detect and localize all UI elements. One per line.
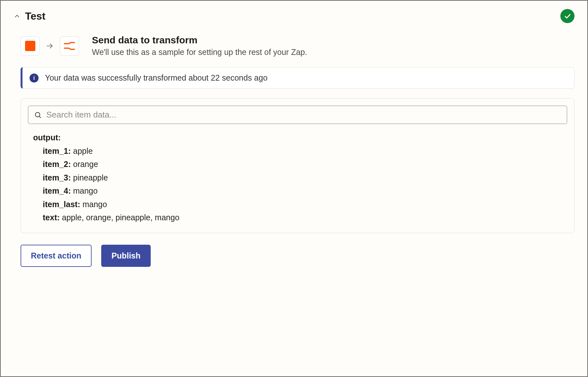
output-value: mango xyxy=(73,186,97,195)
output-key: item_last: xyxy=(43,200,83,209)
output-label: output: xyxy=(33,132,567,144)
output-value: orange xyxy=(73,160,98,169)
zapier-square-icon xyxy=(25,41,35,51)
arrow-right-icon xyxy=(46,42,54,50)
output-key: text: xyxy=(43,213,62,222)
output-key: item_2: xyxy=(43,160,73,169)
output-key: item_1: xyxy=(43,146,73,155)
chevron-up-icon[interactable] xyxy=(13,13,21,20)
section-title: Test xyxy=(25,10,45,22)
step-text: Send data to transform We'll use this as… xyxy=(92,35,307,57)
svg-point-1 xyxy=(35,112,40,117)
output-item: item_4: mango xyxy=(43,185,567,197)
output-value: mango xyxy=(83,200,107,209)
button-row: Retest action Publish xyxy=(21,245,575,267)
search-input[interactable] xyxy=(46,110,561,120)
svg-line-2 xyxy=(40,116,41,118)
output-item: item_last: mango xyxy=(43,198,567,211)
output-key: item_4: xyxy=(43,186,73,195)
search-icon xyxy=(34,111,42,119)
alert-message: Your data was successfully transformed a… xyxy=(45,73,268,83)
output-value: apple xyxy=(73,146,93,155)
source-app-icon xyxy=(21,36,40,56)
output-block: output: item_1: appleitem_2: orangeitem_… xyxy=(28,132,567,224)
info-icon: i xyxy=(30,74,39,83)
section-header: Test xyxy=(13,9,575,23)
test-panel: Test Send data to transform We'll use th… xyxy=(0,0,588,377)
info-alert: i Your data was successfully transformed… xyxy=(21,67,575,89)
section-content: Send data to transform We'll use this as… xyxy=(13,35,575,267)
retest-button[interactable]: Retest action xyxy=(21,245,92,267)
search-field[interactable] xyxy=(28,106,567,124)
output-key: item_3: xyxy=(43,173,73,182)
step-title: Send data to transform xyxy=(92,35,307,46)
output-item: item_2: orange xyxy=(43,158,567,171)
transform-app-icon xyxy=(60,36,79,56)
publish-button[interactable]: Publish xyxy=(101,245,151,267)
section-header-left: Test xyxy=(13,10,45,22)
step-description: We'll use this as a sample for setting u… xyxy=(92,48,307,57)
output-value: apple, orange, pineapple, mango xyxy=(62,213,180,222)
step-row: Send data to transform We'll use this as… xyxy=(21,35,575,57)
success-check-icon xyxy=(560,9,575,23)
output-items: item_1: appleitem_2: orangeitem_3: pinea… xyxy=(33,145,567,224)
results-box: output: item_1: appleitem_2: orangeitem_… xyxy=(21,98,575,233)
output-item: item_1: apple xyxy=(43,145,567,157)
paths-icon xyxy=(64,41,75,50)
output-item: item_3: pineapple xyxy=(43,172,567,184)
output-value: pineapple xyxy=(73,173,108,182)
output-item: text: apple, orange, pineapple, mango xyxy=(43,212,567,224)
